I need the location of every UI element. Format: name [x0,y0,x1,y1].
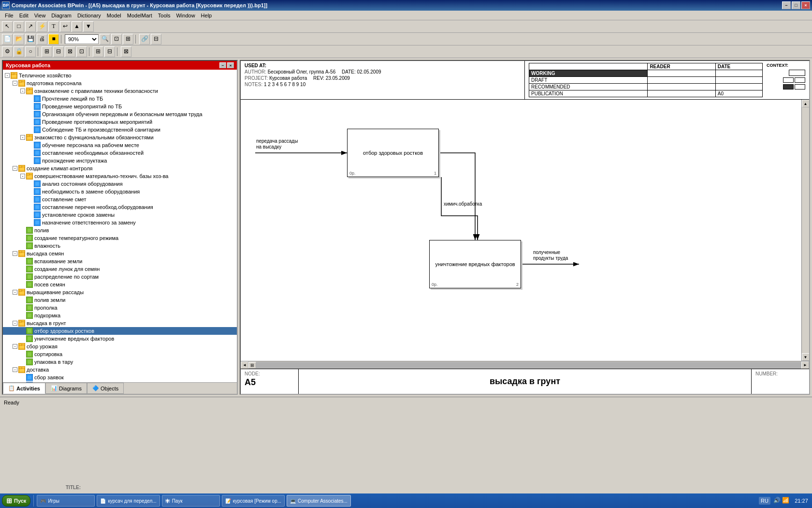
tree-item-23[interactable]: влажность [3,242,237,250]
save-btn[interactable]: 💾 [25,34,36,45]
format-btn2[interactable]: 🔒 [14,46,24,57]
scroll-left-btn[interactable]: ◄ [241,361,248,369]
menu-file[interactable]: File [2,12,16,19]
right-scrollbar[interactable]: ▲ ▼ [801,100,809,361]
tree-item-9[interactable]: -знакомство с функциональными обязанност… [3,134,237,141]
tree-item-25[interactable]: вспахивание земли [3,257,237,265]
bottom-scrollbar[interactable]: ◄ ⊞ ► [241,361,809,369]
tree-expand-2[interactable]: - [13,81,17,86]
tree-expand-33[interactable]: - [13,321,17,326]
zoom-custom-btn[interactable]: ⊞ [123,34,133,45]
tree-item-6[interactable]: Организация обучения передовым и безопас… [3,110,237,118]
tree-item-29[interactable]: -выращивание рассады [3,288,237,296]
tree-expand-13[interactable]: - [13,166,17,171]
tree-item-10[interactable]: обучение персонала на рабочем месте [3,141,237,149]
app-minimize-btn[interactable]: − [782,1,791,9]
tree-expand-1[interactable]: - [5,73,10,78]
scroll-up-btn[interactable]: ▲ [802,100,810,107]
tree-expand-9[interactable]: - [20,135,25,140]
tree-item-3[interactable]: -ознакомление с правилами техники безопа… [3,87,237,95]
app-close-btn[interactable]: × [801,1,810,9]
arrow-tool-btn[interactable]: ↗ [25,21,36,32]
down-tool-btn[interactable]: ▼ [83,21,94,32]
tree-item-39[interactable]: -доставка [3,366,237,374]
new-btn[interactable]: 📄 [2,34,13,45]
extra-btn1[interactable]: ⊠ [121,46,131,57]
taskbar-games[interactable]: 🎮 Игры [37,495,95,507]
tree-item-8[interactable]: Соблюдение ТБ и производственной санитар… [3,126,237,134]
tree-item-40[interactable]: сбор заявок [3,374,237,381]
tree-item-36[interactable]: -сбор урожая [3,343,237,350]
undo-btn[interactable]: ↩ [60,21,71,32]
group-btn2[interactable]: ⊟ [104,46,115,57]
menu-help[interactable]: Help [198,12,215,19]
rectangle-tool-btn[interactable]: □ [14,21,24,32]
tree-expand-24[interactable]: - [13,251,17,256]
print-btn[interactable]: 🖨 [37,34,47,45]
start-button[interactable]: ⊞ Пуск [2,495,30,507]
tree-item-11[interactable]: составление необходимых обязанностей [3,149,237,157]
tree-expand-3[interactable]: - [20,89,25,93]
tree-item-18[interactable]: составление перечня необход.оборудования [3,203,237,211]
panel-minimize-btn[interactable]: − [219,62,226,68]
scroll-track-horizontal[interactable] [256,362,801,369]
scroll-down-btn[interactable]: ▼ [802,353,810,361]
link-btn[interactable]: 🔗 [139,34,150,45]
diagram-canvas[interactable]: передача рассады на высадку химич.обрабо… [241,100,801,361]
tree-item-33[interactable]: -высадка в грунт [3,319,237,327]
tree-item-21[interactable]: полив [3,226,237,234]
tree-item-35[interactable]: уничтожение вредных факторов [3,335,237,343]
menu-view[interactable]: View [31,12,49,19]
tree-expand-29[interactable]: - [13,290,17,295]
snap-btn[interactable]: ⊟ [151,34,161,45]
tree-item-15[interactable]: анализ состояния оборудования [3,180,237,188]
tree-item-1[interactable]: -Тепличное хозяйство [3,72,237,79]
tree-item-13[interactable]: -создание климат-контроля [3,164,237,172]
tree-item-30[interactable]: полив земли [3,296,237,304]
tree-expand-36[interactable]: - [13,344,17,349]
tree-item-14[interactable]: -совершенствование материально-технич. б… [3,172,237,180]
format-btn3[interactable]: ○ [25,46,36,57]
tree-item-7[interactable]: Проведение противопожарных мероприятий [3,118,237,126]
tree-item-2[interactable]: -подготовка персонала [3,79,237,87]
menu-window[interactable]: Window [173,12,198,19]
menu-edit[interactable]: Edit [16,12,31,19]
tree-item-20[interactable]: назначение ответственного за замену [3,219,237,226]
app-maximize-btn[interactable]: □ [792,1,800,9]
tab-activities[interactable]: 📋 Activities [3,383,45,394]
idef-box-1[interactable]: отбор здоровых ростков 0р. 1 [347,129,439,177]
taskbar-kursach[interactable]: 📄 курсач для передел... [97,495,160,507]
align-btn1[interactable]: ⊞ [42,46,52,57]
zoom-fit-btn[interactable]: ⊡ [111,34,122,45]
tree-expand-14[interactable]: - [20,174,25,179]
scroll-corner-btn[interactable]: ⊞ [248,362,256,369]
taskbar-spider[interactable]: 🕷 Паук [162,495,220,507]
tree-expand-39[interactable]: - [13,367,17,372]
lightning-tool-btn[interactable]: ⚡ [37,21,47,32]
scroll-right-btn[interactable]: ► [801,361,809,369]
align-btn2[interactable]: ⊟ [53,46,64,57]
tree-item-24[interactable]: -высадка семян [3,250,237,257]
zoom-select[interactable]: 90% 100% 75% 50% 150% [65,34,99,44]
tab-diagrams[interactable]: 📊 Diagrams [45,383,87,394]
text-tool-btn[interactable]: T [48,21,59,32]
panel-close-btn[interactable]: × [227,62,234,68]
tree-item-26[interactable]: создание лунок для семян [3,265,237,273]
tree-item-19[interactable]: установление сроков замены [3,211,237,219]
color-btn[interactable]: ■ [48,34,59,45]
menu-modelmart[interactable]: ModelMart [124,12,155,19]
tree-item-4[interactable]: Прочтение лекций по ТБ [3,95,237,103]
menu-tools[interactable]: Tools [155,12,174,19]
align-btn3[interactable]: ⊠ [65,46,75,57]
taskbar-bpwin[interactable]: 💻 Computer Associates... [287,495,351,507]
menu-dictionary[interactable]: Dictionary [74,12,104,19]
tab-objects[interactable]: 🔷 Objects [87,383,124,394]
tree-item-31[interactable]: прополка [3,304,237,312]
tree-container[interactable]: -Тепличное хозяйство-подготовка персонал… [3,70,237,382]
tree-item-22[interactable]: создание температурного режима [3,234,237,242]
tree-item-17[interactable]: составление смет [3,195,237,203]
select-tool-btn[interactable]: ↖ [2,21,13,32]
tree-item-37[interactable]: сортировка [3,350,237,358]
tree-item-38[interactable]: упаковка в тару [3,358,237,366]
tree-item-34[interactable]: отбор здоровых ростков [3,327,237,335]
